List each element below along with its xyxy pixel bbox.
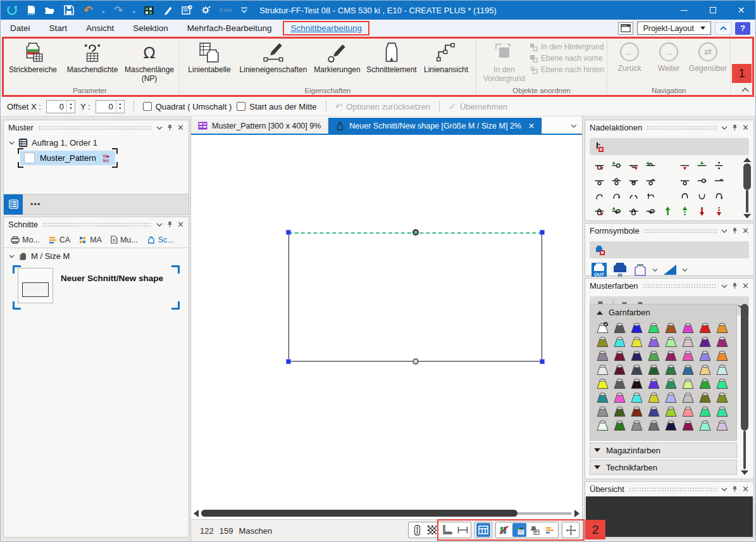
drawing-canvas[interactable] — [191, 136, 582, 508]
yarn-color-swatch[interactable] — [628, 417, 645, 431]
pin-icon[interactable] — [167, 124, 173, 131]
open-file-icon[interactable] — [44, 4, 56, 16]
ruler-view-icon[interactable] — [440, 523, 454, 537]
pattern-view-icon[interactable] — [425, 523, 439, 537]
yarn-color-swatch[interactable] — [679, 389, 697, 403]
offset-x-input[interactable]: 0 ▲▼ — [46, 100, 75, 113]
selected-form-symbol[interactable] — [590, 241, 749, 258]
close-icon[interactable]: ✕ — [177, 220, 184, 229]
menu-datei[interactable]: Datei — [1, 21, 40, 35]
needle-actions-scrollbar[interactable] — [742, 158, 752, 218]
order-tree-item[interactable]: Auftrag 1, Order 1 — [4, 135, 189, 151]
yarn-color-swatch[interactable] — [611, 362, 628, 375]
settings-gear-icon[interactable] — [200, 4, 213, 16]
yarn-color-swatch[interactable] — [645, 375, 662, 389]
scroll-right-icon[interactable] — [574, 510, 579, 517]
needle-action-icon[interactable] — [608, 203, 625, 218]
selected-needle-action[interactable] — [590, 138, 749, 155]
magazinfarben-header[interactable]: Magazinfarben — [590, 443, 737, 458]
yarn-color-swatch[interactable] — [662, 348, 679, 362]
needle-action-icon[interactable] — [625, 173, 642, 188]
yarn-color-swatch[interactable] — [714, 348, 731, 362]
needle-action-icon[interactable] — [676, 173, 693, 188]
yarn-color-swatch[interactable] — [628, 320, 645, 334]
symbol-view-icon[interactable] — [512, 523, 526, 537]
needle-action-icon[interactable] — [710, 188, 728, 203]
yarn-color-swatch[interactable] — [645, 348, 662, 362]
needle-action-icon[interactable] — [710, 158, 728, 173]
yarn-color-swatch[interactable] — [697, 389, 714, 403]
cut-shape[interactable] — [288, 234, 542, 362]
linieneigenschaften-button[interactable]: Linieneigenschaften — [237, 39, 310, 75]
chevron-down-icon[interactable] — [156, 223, 163, 227]
markierungen-button[interactable]: Markierungen — [310, 39, 364, 75]
tab-muster-pattern[interactable]: Muster_Pattern [300 x 400] 9% — [191, 118, 328, 134]
close-icon[interactable]: ✕ — [742, 484, 749, 494]
maschenlaenge-button[interactable]: Ω Maschenlänge (NP) — [122, 39, 177, 84]
scroll-down-icon[interactable] — [743, 214, 751, 218]
close-tab-icon[interactable]: ✕ — [528, 122, 535, 130]
scrollbar-track[interactable] — [746, 190, 748, 213]
yarn-color-swatch[interactable] — [611, 320, 628, 334]
window-layout-icon[interactable] — [618, 22, 633, 35]
start-mitte-checkbox[interactable]: Start aus der Mitte — [237, 102, 316, 111]
yarn-color-swatch[interactable] — [645, 362, 662, 375]
draw-pen-icon[interactable] — [162, 4, 175, 16]
garnfarben-header[interactable]: Garnfarben — [593, 306, 734, 319]
yarn-color-swatch[interactable] — [679, 320, 697, 334]
scrollbar-thumb[interactable] — [201, 510, 517, 517]
scroll-down-icon[interactable] — [741, 470, 748, 475]
yarn-color-swatch[interactable] — [714, 389, 731, 403]
new-document-icon[interactable] — [25, 4, 37, 16]
menu-mehrfach-bearbeitung[interactable]: Mehrfach-Bearbeitung — [178, 21, 282, 35]
scrollbar-track[interactable] — [743, 431, 746, 469]
strickbereiche-button[interactable]: Strickbereiche — [3, 39, 63, 75]
quadrat-checkbox[interactable]: Quadrat ( Umschalt ) — [143, 102, 232, 111]
close-button[interactable]: ✕ — [727, 1, 755, 20]
yarn-color-swatch[interactable] — [662, 334, 679, 348]
shape-list-item-selected[interactable]: Neuer Schnitt/New shape — [15, 268, 177, 307]
size-tree-item[interactable]: M / Size M — [4, 248, 189, 264]
tree-expand-icon[interactable] — [9, 255, 15, 258]
scroll-up-icon[interactable] — [743, 158, 751, 162]
yarn-color-swatch[interactable] — [662, 320, 679, 334]
yarn-color-swatch[interactable] — [594, 348, 611, 362]
sequence-view-icon[interactable] — [543, 523, 557, 537]
checkbox-icon[interactable] — [143, 102, 152, 111]
yarn-color-swatch[interactable] — [697, 403, 714, 417]
chevron-down-icon[interactable] — [721, 126, 728, 130]
shape-in-button[interactable]: IN — [612, 262, 628, 277]
yarn-color-swatch[interactable] — [645, 320, 662, 334]
yarn-color-swatch[interactable] — [611, 417, 628, 431]
yarn-color-swatch[interactable] — [594, 320, 611, 334]
pin-icon[interactable] — [732, 227, 738, 234]
more-tabs-button[interactable]: ••• — [30, 199, 41, 209]
needle-action-icon[interactable] — [676, 203, 693, 218]
schnittelement-button[interactable]: Schnittelement — [364, 39, 419, 75]
yarn-color-swatch[interactable] — [628, 403, 645, 417]
scrollbar-thumb[interactable] — [743, 163, 751, 190]
pin-icon[interactable] — [732, 282, 738, 289]
layout-select[interactable]: Projekt-Layout — [637, 22, 711, 35]
spinner-arrows-icon[interactable]: ▲▼ — [116, 101, 124, 113]
close-icon[interactable]: ✕ — [742, 226, 749, 236]
expand-section-icon[interactable] — [594, 448, 600, 452]
yarn-color-swatch[interactable] — [662, 389, 679, 403]
close-icon[interactable]: ✕ — [742, 281, 749, 291]
expand-section-icon[interactable] — [594, 465, 600, 469]
chevron-down-icon[interactable] — [721, 488, 728, 491]
yarn-color-swatch[interactable] — [594, 362, 611, 375]
yarn-color-swatch[interactable] — [714, 320, 731, 334]
yarn-color-swatch[interactable] — [628, 375, 645, 389]
yarn-color-swatch[interactable] — [611, 389, 628, 403]
tab-module[interactable]: Mo... — [6, 232, 44, 248]
yarn-color-swatch[interactable] — [679, 417, 697, 431]
needle-action-icon[interactable] — [659, 203, 676, 218]
yarn-color-swatch[interactable] — [714, 375, 731, 389]
pattern-grid-icon[interactable] — [143, 4, 156, 16]
needle-action-icon[interactable] — [642, 188, 659, 203]
yarn-color-swatch[interactable] — [679, 375, 697, 389]
yarn-color-swatch[interactable] — [611, 334, 628, 348]
save-icon[interactable] — [63, 4, 75, 16]
close-icon[interactable]: ✕ — [177, 123, 184, 132]
